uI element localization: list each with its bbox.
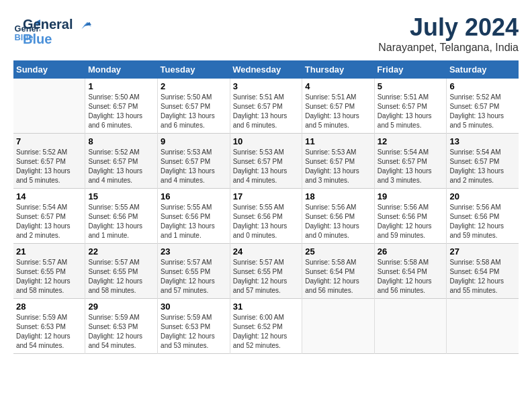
header-day-tuesday: Tuesday <box>158 60 230 79</box>
week-row-2: 7Sunrise: 5:52 AM Sunset: 6:57 PM Daylig… <box>13 134 519 189</box>
day-number: 21 <box>16 246 82 257</box>
day-info: Sunrise: 5:51 AM Sunset: 6:57 PM Dayligh… <box>378 93 444 130</box>
day-info: Sunrise: 5:59 AM Sunset: 6:53 PM Dayligh… <box>16 313 82 351</box>
calendar-cell <box>13 79 85 134</box>
day-number: 7 <box>16 136 82 146</box>
logo: General Blue General Blue <box>13 13 91 46</box>
day-info: Sunrise: 5:50 AM Sunset: 6:57 PM Dayligh… <box>88 93 154 130</box>
day-info: Sunrise: 5:58 AM Sunset: 6:54 PM Dayligh… <box>449 258 516 295</box>
day-info: Sunrise: 5:56 AM Sunset: 6:56 PM Dayligh… <box>378 203 444 240</box>
day-number: 6 <box>449 81 516 91</box>
calendar-cell: 15Sunrise: 5:55 AM Sunset: 6:56 PM Dayli… <box>85 189 158 244</box>
day-info: Sunrise: 5:52 AM Sunset: 6:57 PM Dayligh… <box>16 148 82 185</box>
calendar-cell: 17Sunrise: 5:55 AM Sunset: 6:56 PM Dayli… <box>230 189 302 244</box>
calendar-cell: 6Sunrise: 5:52 AM Sunset: 6:57 PM Daylig… <box>447 79 519 134</box>
day-number: 19 <box>378 191 444 201</box>
week-row-3: 14Sunrise: 5:54 AM Sunset: 6:57 PM Dayli… <box>13 189 519 244</box>
calendar-cell: 22Sunrise: 5:57 AM Sunset: 6:55 PM Dayli… <box>85 244 158 299</box>
day-info: Sunrise: 5:56 AM Sunset: 6:56 PM Dayligh… <box>305 203 371 240</box>
header-day-sunday: Sunday <box>13 60 85 79</box>
calendar-cell: 21Sunrise: 5:57 AM Sunset: 6:55 PM Dayli… <box>13 244 85 299</box>
week-row-5: 28Sunrise: 5:59 AM Sunset: 6:53 PM Dayli… <box>13 299 519 354</box>
day-info: Sunrise: 5:57 AM Sunset: 6:55 PM Dayligh… <box>16 258 82 295</box>
day-info: Sunrise: 5:57 AM Sunset: 6:55 PM Dayligh… <box>88 258 154 295</box>
calendar-cell: 31Sunrise: 6:00 AM Sunset: 6:52 PM Dayli… <box>230 299 302 354</box>
day-info: Sunrise: 5:54 AM Sunset: 6:57 PM Dayligh… <box>449 148 516 185</box>
calendar-cell: 26Sunrise: 5:58 AM Sunset: 6:54 PM Dayli… <box>374 244 447 299</box>
calendar-cell: 2Sunrise: 5:50 AM Sunset: 6:57 PM Daylig… <box>158 79 230 134</box>
day-info: Sunrise: 5:53 AM Sunset: 6:57 PM Dayligh… <box>233 148 300 185</box>
calendar-cell: 24Sunrise: 5:57 AM Sunset: 6:55 PM Dayli… <box>230 244 302 299</box>
day-number: 5 <box>378 81 444 91</box>
day-number: 22 <box>88 246 154 257</box>
day-info: Sunrise: 5:53 AM Sunset: 6:57 PM Dayligh… <box>161 148 227 185</box>
day-info: Sunrise: 5:51 AM Sunset: 6:57 PM Dayligh… <box>233 93 300 130</box>
day-number: 3 <box>233 81 300 91</box>
subtitle: Narayanpet, Telangana, India <box>378 42 519 54</box>
day-number: 17 <box>233 191 300 201</box>
day-number: 29 <box>88 302 154 312</box>
calendar-cell <box>302 299 375 354</box>
day-number: 13 <box>449 136 516 146</box>
calendar-cell: 3Sunrise: 5:51 AM Sunset: 6:57 PM Daylig… <box>230 79 302 134</box>
calendar-cell: 14Sunrise: 5:54 AM Sunset: 6:57 PM Dayli… <box>13 189 85 244</box>
header-row: SundayMondayTuesdayWednesdayThursdayFrid… <box>13 60 519 79</box>
logo-blue-text: Blue <box>23 32 91 46</box>
day-number: 4 <box>305 81 371 91</box>
calendar-cell <box>447 299 519 354</box>
day-info: Sunrise: 5:54 AM Sunset: 6:57 PM Dayligh… <box>378 148 444 185</box>
day-number: 12 <box>378 136 444 146</box>
day-number: 11 <box>305 136 371 146</box>
day-info: Sunrise: 5:59 AM Sunset: 6:53 PM Dayligh… <box>161 313 227 351</box>
day-info: Sunrise: 5:52 AM Sunset: 6:57 PM Dayligh… <box>88 148 154 185</box>
week-row-4: 21Sunrise: 5:57 AM Sunset: 6:55 PM Dayli… <box>13 244 519 299</box>
calendar-cell <box>374 299 447 354</box>
day-info: Sunrise: 5:52 AM Sunset: 6:57 PM Dayligh… <box>449 93 516 130</box>
day-info: Sunrise: 5:58 AM Sunset: 6:54 PM Dayligh… <box>378 258 444 295</box>
day-number: 30 <box>161 302 227 312</box>
day-number: 18 <box>305 191 371 201</box>
calendar-cell: 29Sunrise: 5:59 AM Sunset: 6:53 PM Dayli… <box>85 299 158 354</box>
day-info: Sunrise: 5:57 AM Sunset: 6:55 PM Dayligh… <box>161 258 227 295</box>
day-info: Sunrise: 5:55 AM Sunset: 6:56 PM Dayligh… <box>88 203 154 240</box>
header-day-monday: Monday <box>85 60 158 79</box>
day-number: 9 <box>161 136 227 146</box>
day-number: 2 <box>161 81 227 91</box>
calendar-cell: 7Sunrise: 5:52 AM Sunset: 6:57 PM Daylig… <box>13 134 85 189</box>
day-info: Sunrise: 5:55 AM Sunset: 6:56 PM Dayligh… <box>233 203 300 240</box>
calendar-cell: 13Sunrise: 5:54 AM Sunset: 6:57 PM Dayli… <box>447 134 519 189</box>
calendar-cell: 16Sunrise: 5:55 AM Sunset: 6:56 PM Dayli… <box>158 189 230 244</box>
day-info: Sunrise: 5:56 AM Sunset: 6:56 PM Dayligh… <box>449 203 516 240</box>
calendar-cell: 19Sunrise: 5:56 AM Sunset: 6:56 PM Dayli… <box>374 189 447 244</box>
header-day-saturday: Saturday <box>447 60 519 79</box>
day-info: Sunrise: 5:53 AM Sunset: 6:57 PM Dayligh… <box>305 148 371 185</box>
calendar-cell: 11Sunrise: 5:53 AM Sunset: 6:57 PM Dayli… <box>302 134 375 189</box>
calendar-cell: 4Sunrise: 5:51 AM Sunset: 6:57 PM Daylig… <box>302 79 375 134</box>
day-info: Sunrise: 5:55 AM Sunset: 6:56 PM Dayligh… <box>161 203 227 240</box>
day-number: 27 <box>449 246 516 257</box>
day-number: 15 <box>88 191 154 201</box>
day-number: 8 <box>88 136 154 146</box>
calendar-cell: 8Sunrise: 5:52 AM Sunset: 6:57 PM Daylig… <box>85 134 158 189</box>
calendar-cell: 1Sunrise: 5:50 AM Sunset: 6:57 PM Daylig… <box>85 79 158 134</box>
title-area: July 2024 Narayanpet, Telangana, India <box>378 13 519 54</box>
day-number: 10 <box>233 136 300 146</box>
day-number: 23 <box>161 246 227 257</box>
day-info: Sunrise: 5:57 AM Sunset: 6:55 PM Dayligh… <box>233 258 300 295</box>
calendar-cell: 20Sunrise: 5:56 AM Sunset: 6:56 PM Dayli… <box>447 189 519 244</box>
day-number: 14 <box>16 191 82 201</box>
header-day-friday: Friday <box>374 60 447 79</box>
day-number: 25 <box>305 246 371 257</box>
calendar-cell: 10Sunrise: 5:53 AM Sunset: 6:57 PM Dayli… <box>230 134 302 189</box>
day-info: Sunrise: 5:59 AM Sunset: 6:53 PM Dayligh… <box>88 313 154 351</box>
header-day-wednesday: Wednesday <box>230 60 302 79</box>
calendar-cell: 5Sunrise: 5:51 AM Sunset: 6:57 PM Daylig… <box>374 79 447 134</box>
calendar-cell: 25Sunrise: 5:58 AM Sunset: 6:54 PM Dayli… <box>302 244 375 299</box>
day-number: 20 <box>449 191 516 201</box>
header-day-thursday: Thursday <box>302 60 375 79</box>
calendar-cell: 28Sunrise: 5:59 AM Sunset: 6:53 PM Dayli… <box>13 299 85 354</box>
calendar-cell: 30Sunrise: 5:59 AM Sunset: 6:53 PM Dayli… <box>158 299 230 354</box>
day-number: 31 <box>233 302 300 312</box>
day-number: 1 <box>88 81 154 91</box>
page-header: General Blue General Blue July 2024 Nara… <box>13 13 519 54</box>
